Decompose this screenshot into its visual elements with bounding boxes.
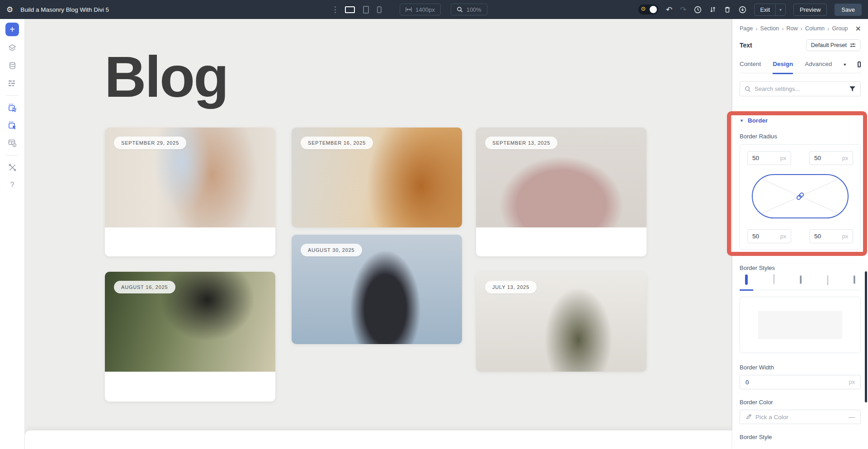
desktop-view-icon[interactable] [345,6,355,13]
breadcrumb-separator: › [755,25,757,32]
breadcrumb-page[interactable]: Page [740,25,753,32]
radius-bottom-right-input[interactable] [814,233,832,240]
border-color-field[interactable]: — [740,410,861,424]
history-clock-icon[interactable] [694,6,702,14]
divi-builder-app: ⚙ Build a Masonry Blog With Divi 5 1400p… [0,0,868,449]
exit-dropdown-caret-icon[interactable]: ▾ [775,4,785,15]
save-button[interactable]: Save [835,4,862,16]
topbar-right: ⚙ ↶ ↷ Exit ▾ Preview Save [638,4,868,16]
border-width-field[interactable]: px [740,375,861,389]
close-icon[interactable]: × [855,24,861,33]
tab-content[interactable]: Content [740,56,761,73]
tools-wrench-icon[interactable] [5,161,19,173]
blog-page-heading[interactable]: Blog [104,43,227,110]
unit-label: px [842,155,848,161]
radius-top-right-field[interactable]: px [809,151,853,165]
sort-arrows-icon[interactable] [709,6,716,13]
next-page-section [25,430,732,449]
post-image: JULY 13, 2025 [476,272,646,372]
blog-card[interactable]: AUGUST 16, 2025 [105,272,275,402]
border-left-tab[interactable] [848,275,861,289]
click-select-module-icon[interactable] [5,119,19,131]
redo-icon[interactable]: ↷ [680,6,686,14]
search-input[interactable] [755,85,845,92]
width-arrows-icon [406,7,412,12]
border-section-title: Border [748,117,768,124]
border-width-label: Border Width [740,364,861,371]
undo-icon[interactable]: ↶ [666,6,672,14]
canvas-zoom-control[interactable]: 100% [451,4,487,15]
no-color-dash-icon: — [849,413,855,421]
breadcrumb: Page › Section › Row › Column › Group × [740,24,861,33]
blog-card[interactable]: AUGUST 30, 2025 [292,235,462,344]
post-date-badge: SEPTEMBER 29, 2025 [114,137,186,149]
canvas-zoom-value: 100% [467,6,481,13]
border-bottom-tab[interactable] [822,275,834,289]
breadcrumb-group[interactable]: Group [832,25,848,32]
blog-card[interactable]: JULY 13, 2025 [476,272,646,372]
more-views-icon[interactable] [335,6,336,13]
portability-icon[interactable] [739,6,746,14]
radius-bottom-left-field[interactable]: px [747,229,791,243]
border-width-input[interactable] [745,379,849,386]
panel-scrollbar[interactable] [865,271,867,402]
radius-bottom-row: px px [747,229,853,243]
border-right-tab[interactable] [794,275,807,289]
page-settings-gear-icon[interactable]: ⚙ [6,5,13,14]
breadcrumb-separator: › [801,25,802,32]
border-preview-box [740,297,861,353]
border-all-sides-tab[interactable] [740,275,753,291]
border-color-input[interactable] [755,414,845,421]
border-all-sides-icon [745,274,748,285]
desktop-indicator-icon[interactable] [858,61,861,67]
radius-bottom-left-input[interactable] [752,233,770,240]
radius-top-right-input[interactable] [814,155,832,161]
layout-settings-icon[interactable] [5,137,19,149]
breadcrumb-row[interactable]: Row [787,25,798,32]
canvas-width-control[interactable]: 1400px [400,4,441,15]
radius-top-left-input[interactable] [752,155,770,161]
canvas-width-value: 1400px [415,6,435,13]
settings-panel: Page › Section › Row › Column › Group × … [732,19,868,449]
help-icon[interactable]: ? [5,179,19,191]
builder-mode-toggle[interactable]: ⚙ [638,5,658,14]
border-left-icon [854,275,855,284]
unit-label: px [780,155,786,161]
database-icon[interactable] [5,60,19,71]
border-section-header[interactable]: ▼ Border [740,117,861,124]
phone-view-icon[interactable] [377,6,382,13]
radius-top-left-field[interactable]: px [747,151,791,165]
tab-design[interactable]: Design [773,56,793,74]
settings-search [740,81,861,96]
breadcrumb-section[interactable]: Section [760,25,779,32]
radius-bottom-right-field[interactable]: px [809,229,853,243]
settings-tabs: Content Design Advanced ▾ [740,56,861,73]
preset-button-label: Default Preset [811,42,847,48]
blog-card[interactable]: SEPTEMBER 13, 2025 [476,128,646,256]
tabs-caret-down-icon[interactable]: ▾ [844,62,846,67]
layers-icon[interactable] [5,42,19,54]
exit-button[interactable]: Exit [755,6,775,13]
builder-canvas: Blog SEPTEMBER 29, 2025 SEPTEMBER 16, 20… [25,19,732,449]
trash-icon[interactable] [724,6,731,14]
breadcrumb-column[interactable]: Column [805,25,825,32]
default-preset-button[interactable]: Default Preset [806,39,861,51]
wireframe-list-icon[interactable] [5,77,19,89]
unit-label: px [842,233,848,240]
post-image: AUGUST 16, 2025 [105,272,275,372]
hover-select-module-icon[interactable] [5,102,19,113]
preview-button[interactable]: Preview [793,4,827,16]
exit-split-button: Exit ▾ [754,4,786,16]
tab-advanced[interactable]: Advanced [805,56,832,73]
filter-funnel-icon[interactable] [849,86,856,92]
blog-card[interactable]: SEPTEMBER 16, 2025 [292,128,462,227]
post-date-badge: JULY 13, 2025 [485,281,537,293]
tablet-view-icon[interactable] [363,6,369,14]
zoom-magnifier-icon [457,6,463,13]
border-top-tab[interactable] [768,275,780,289]
link-values-icon[interactable] [795,191,805,201]
add-module-button[interactable]: + [5,23,19,36]
radius-preview-shape [752,174,849,218]
search-icon [745,86,751,92]
blog-card[interactable]: SEPTEMBER 29, 2025 [105,128,275,256]
